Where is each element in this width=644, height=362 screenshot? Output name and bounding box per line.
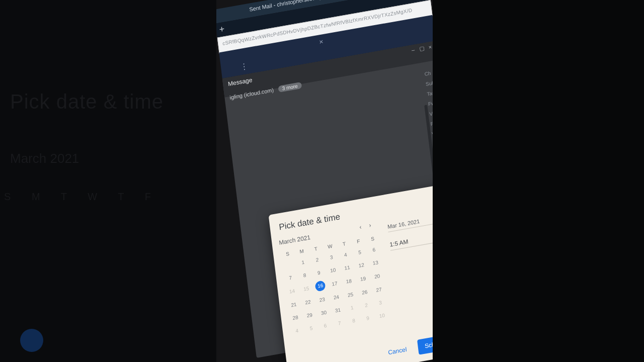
new-tab-button[interactable]: +: [219, 25, 225, 33]
calendar-day[interactable]: 4: [289, 323, 305, 338]
ghost-dow: S M T W T F: [4, 191, 160, 203]
ghost-month: March 2021: [10, 151, 79, 166]
calendar-grid: SMTWTFS 12345678910111213141516171819202…: [280, 233, 390, 338]
compose-window: Message – ▢ × igling (icloud.com) 3 more…: [222, 41, 433, 358]
compose-window-controls[interactable]: – ▢ ×: [411, 43, 433, 53]
next-month-button[interactable]: ›: [366, 221, 374, 230]
phone-viewport: Sent Mail - christopherscottrigling@gmai…: [216, 0, 433, 362]
calendar-month-label: March 2021: [279, 234, 311, 246]
calendar-day[interactable]: 10: [374, 308, 390, 323]
schedule-send-button[interactable]: Schedule send: [417, 330, 433, 354]
calendar-day[interactable]: 9: [360, 310, 375, 326]
laptop-screen: Sent Mail - christopherscottrigling@gmai…: [216, 0, 433, 362]
ghost-title: Pick date & time: [10, 90, 164, 113]
prev-month-button[interactable]: ‹: [356, 223, 365, 231]
date-time-fields: Mar 16, 2021 1:5 AM: [387, 211, 433, 250]
left-letterbox: Pick date & time March 2021 S M T W T F: [0, 0, 216, 362]
cancel-button[interactable]: Cancel: [385, 341, 410, 360]
ghost-selected-day: [20, 329, 43, 352]
right-letterbox: [433, 0, 644, 362]
kebab-menu-icon[interactable]: ⋮: [239, 61, 249, 72]
calendar-day[interactable]: 5: [303, 320, 319, 336]
calendar: March 2021 ‹ › SMTWTFS 12345678910111213…: [278, 220, 390, 338]
calendar-day[interactable]: 6: [317, 318, 333, 333]
schedule-send-dialog: Pick date & time March 2021 ‹ › SMTWTFS …: [269, 182, 433, 362]
calendar-day[interactable]: 7: [332, 315, 347, 331]
calendar-day[interactable]: 8: [346, 313, 361, 328]
compose-title: Message: [227, 76, 253, 87]
close-icon[interactable]: ×: [318, 37, 324, 46]
